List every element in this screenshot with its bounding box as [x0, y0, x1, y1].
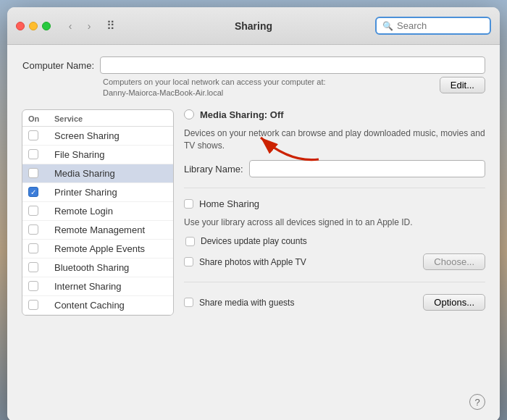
media-title: Media Sharing: Off	[200, 109, 284, 120]
forward-button[interactable]: ›	[81, 18, 97, 34]
window-title: Sharing	[235, 20, 272, 32]
options-button[interactable]: Options...	[423, 294, 485, 311]
share-guests-row: Share media with guests Options...	[184, 294, 485, 311]
sidebar-item-screen-sharing[interactable]: Screen Sharing	[22, 127, 173, 146]
sharing-window: ‹ › ⠿ Sharing 🔍 Computer Name: Computers…	[7, 7, 500, 420]
content-area: Computer Name: Computers on your local n…	[7, 45, 500, 420]
sidebar-item-remote-management[interactable]: Remote Management	[22, 221, 173, 240]
library-row: Library Name:	[184, 160, 485, 177]
media-header: Media Sharing: Off	[184, 109, 485, 120]
computer-name-subtitle: Computers on your local network can acce…	[103, 77, 485, 99]
devices-update-checkbox[interactable]	[185, 237, 195, 246]
search-input[interactable]	[397, 20, 484, 31]
sidebar-item-content-caching[interactable]: Content Caching	[22, 296, 173, 315]
checkbox-printer-sharing[interactable]	[28, 187, 38, 197]
media-radio[interactable]	[184, 109, 194, 119]
sidebar-item-printer-sharing[interactable]: Printer Sharing	[22, 183, 173, 202]
traffic-lights	[16, 22, 51, 30]
main-panel: On Service Screen Sharing File Sharing M…	[22, 109, 485, 316]
share-photos-checkbox[interactable]	[184, 257, 193, 266]
label-remote-management: Remote Management	[54, 224, 167, 235]
service-list: On Service Screen Sharing File Sharing M…	[22, 109, 174, 316]
close-button[interactable]	[16, 22, 25, 30]
subtitle-line1: Computers on your local network can acce…	[103, 77, 326, 86]
share-guests-checkbox[interactable]	[184, 298, 193, 307]
minimize-button[interactable]	[29, 22, 38, 30]
help-button[interactable]: ?	[469, 394, 485, 410]
label-file-sharing: File Sharing	[54, 149, 167, 160]
sidebar-item-file-sharing[interactable]: File Sharing	[22, 146, 173, 164]
right-panel: Media Sharing: Off Devices on your netwo…	[184, 109, 485, 316]
devices-update-label: Devices update play counts	[201, 236, 307, 246]
devices-update-row: Devices update play counts	[184, 236, 485, 246]
checkbox-media-sharing[interactable]	[28, 168, 38, 178]
label-printer-sharing: Printer Sharing	[54, 187, 167, 198]
share-photos-label: Share photos with Apple TV	[199, 257, 306, 267]
sidebar-item-remote-login[interactable]: Remote Login	[22, 202, 173, 221]
maximize-button[interactable]	[42, 22, 51, 30]
sidebar-header: On Service	[22, 110, 173, 127]
media-desc: Devices on your network can browse and p…	[184, 127, 485, 152]
label-screen-sharing: Screen Sharing	[54, 130, 167, 141]
share-photos-row: Share photos with Apple TV Choose...	[184, 253, 485, 270]
home-sharing-checkbox[interactable]	[184, 199, 193, 209]
col-service-label: Service	[54, 114, 167, 123]
sidebar-item-internet-sharing[interactable]: Internet Sharing	[22, 277, 173, 296]
checkbox-remote-apple-events[interactable]	[28, 243, 38, 253]
titlebar: ‹ › ⠿ Sharing 🔍	[7, 7, 500, 45]
checkbox-bluetooth-sharing[interactable]	[28, 262, 38, 272]
label-content-caching: Content Caching	[54, 300, 167, 311]
subtitle-line2: Danny-Maiorca-MacBook-Air.local	[103, 88, 223, 97]
search-icon: 🔍	[382, 21, 393, 31]
share-guests-label: Share media with guests	[199, 298, 294, 308]
sidebar-item-remote-apple-events[interactable]: Remote Apple Events	[22, 240, 173, 259]
checkbox-remote-management[interactable]	[28, 224, 38, 235]
library-label: Library Name:	[184, 164, 243, 175]
nav-buttons: ‹ ›	[62, 18, 97, 34]
label-remote-apple-events: Remote Apple Events	[54, 243, 167, 254]
edit-button[interactable]: Edit...	[440, 77, 485, 93]
label-media-sharing: Media Sharing	[54, 168, 167, 179]
label-internet-sharing: Internet Sharing	[54, 281, 167, 292]
label-bluetooth-sharing: Bluetooth Sharing	[54, 262, 167, 273]
library-input[interactable]	[249, 160, 485, 177]
search-box[interactable]: 🔍	[375, 17, 491, 35]
home-sharing-row: Home Sharing	[184, 198, 485, 209]
home-sharing-title: Home Sharing	[199, 198, 259, 209]
choose-button[interactable]: Choose...	[423, 253, 485, 270]
divider-2	[184, 282, 485, 282]
label-remote-login: Remote Login	[54, 206, 167, 217]
checkbox-file-sharing[interactable]	[28, 149, 38, 159]
sidebar-item-media-sharing[interactable]: Media Sharing	[22, 164, 173, 183]
sidebar-item-bluetooth-sharing[interactable]: Bluetooth Sharing	[22, 259, 173, 277]
grid-button[interactable]: ⠿	[103, 18, 119, 34]
checkbox-remote-login[interactable]	[28, 206, 38, 216]
back-button[interactable]: ‹	[62, 18, 78, 34]
home-sharing-desc: Use your library across all devices sign…	[184, 217, 485, 229]
computer-name-row: Computer Name:	[22, 56, 485, 74]
checkbox-internet-sharing[interactable]	[28, 281, 38, 291]
checkbox-screen-sharing[interactable]	[28, 130, 38, 140]
computer-name-label: Computer Name:	[22, 60, 94, 71]
checkbox-content-caching[interactable]	[28, 300, 38, 310]
col-on-label: On	[28, 114, 54, 123]
computer-name-input[interactable]	[100, 56, 485, 74]
divider-1	[184, 188, 485, 188]
